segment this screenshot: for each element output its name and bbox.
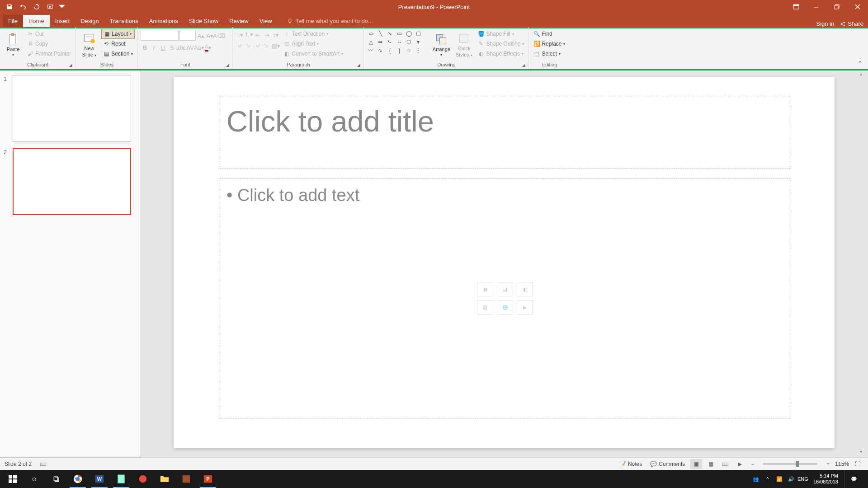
insert-table-icon[interactable]: ▦	[477, 282, 493, 296]
zoom-out-button[interactable]: −	[748, 459, 757, 469]
shape-hexagon-icon[interactable]: ⬡	[405, 38, 413, 46]
slide-counter[interactable]: Slide 2 of 2	[5, 461, 32, 467]
tell-me-search[interactable]: Tell me what you want to do...	[282, 15, 377, 27]
close-button[interactable]	[847, 0, 868, 14]
bold-icon[interactable]: B	[141, 43, 149, 52]
find-button[interactable]: 🔍 Find	[532, 29, 567, 39]
clipboard-dialog-launcher[interactable]: ◢	[69, 63, 75, 68]
scroll-up-icon[interactable]: ▴	[860, 71, 867, 79]
cortana-search-icon[interactable]: ○	[24, 470, 45, 488]
notes-button[interactable]: 📝 Notes	[617, 459, 645, 469]
replace-button[interactable]: 🔁 Replace▾	[532, 39, 567, 49]
shape-effects-button[interactable]: ◐ Shape Effects▾	[476, 49, 526, 59]
paste-button[interactable]: Paste ▾	[3, 29, 24, 61]
slide-thumbnail-1[interactable]	[13, 75, 131, 142]
slide-editor[interactable]: Click to add title Click to add text ▦ 📊…	[140, 70, 868, 457]
justify-icon[interactable]: ≡	[263, 42, 271, 50]
tray-chevron-up-icon[interactable]: ^	[764, 475, 772, 483]
paragraph-dialog-launcher[interactable]: ◢	[357, 63, 363, 68]
columns-icon[interactable]: ▥▾	[272, 42, 280, 50]
slide-canvas[interactable]: Click to add title Click to add text ▦ 📊…	[174, 77, 835, 448]
align-right-icon[interactable]: ≡	[254, 42, 262, 50]
sign-in-button[interactable]: Sign in	[816, 20, 835, 27]
save-icon[interactable]	[5, 2, 14, 12]
normal-view-icon[interactable]: ▣	[690, 459, 702, 469]
font-dialog-launcher[interactable]: ◢	[226, 63, 231, 68]
reading-view-icon[interactable]: 📖	[719, 459, 731, 469]
format-painter-button[interactable]: 🖌 Format Painter	[25, 49, 73, 59]
text-direction-button[interactable]: ↕ Text Direction▾	[282, 29, 345, 39]
zoom-percent[interactable]: 115%	[835, 461, 849, 467]
shape-triangle-icon[interactable]: △	[367, 38, 375, 46]
font-name-input[interactable]	[141, 31, 179, 41]
shape-doublearrow-icon[interactable]: ↔	[395, 38, 403, 46]
tab-insert[interactable]: Insert	[50, 15, 75, 27]
people-icon[interactable]: 👥	[752, 475, 760, 483]
shape-rounded-rect-icon[interactable]: ▢	[414, 30, 422, 37]
zoom-slider-thumb[interactable]	[796, 461, 799, 467]
taskbar-clock[interactable]: 5:14 PM 16/08/2018	[811, 473, 841, 485]
slide-thumbnails-pane[interactable]: 1 2	[0, 70, 140, 457]
taskbar-word[interactable]: W	[89, 470, 110, 488]
select-button[interactable]: ⬚ Select▾	[532, 49, 567, 59]
slide-sorter-view-icon[interactable]: ▦	[705, 459, 717, 469]
shape-textbox-icon[interactable]: ▭	[367, 30, 375, 37]
ribbon-display-options-icon[interactable]	[788, 0, 804, 14]
cut-button[interactable]: ✂ Cut	[25, 29, 73, 39]
decrease-indent-icon[interactable]: ⇤	[254, 31, 262, 39]
copy-button[interactable]: ⎘ Copy	[25, 39, 73, 49]
language-icon[interactable]: ENG	[799, 475, 807, 483]
font-color-icon[interactable]: A▾	[204, 43, 212, 52]
spell-check-icon[interactable]: 📖	[40, 461, 47, 467]
slideshow-view-icon[interactable]: ▶	[734, 459, 745, 469]
shape-leftbrace-icon[interactable]: {	[386, 47, 394, 54]
drawing-dialog-launcher[interactable]: ◢	[522, 63, 528, 68]
shape-oval-icon[interactable]: ◯	[405, 30, 413, 37]
font-size-input[interactable]	[179, 31, 196, 41]
convert-smartart-button[interactable]: ◧ Convert to SmartArt▾	[282, 49, 345, 59]
customize-qat-icon[interactable]	[59, 2, 65, 12]
reset-button[interactable]: ⟲ Reset	[101, 39, 135, 49]
shape-right-arrow-icon[interactable]: ➡	[376, 38, 384, 46]
align-text-button[interactable]: ⊟ Align Text▾	[282, 39, 345, 49]
insert-smartart-icon[interactable]: ◧	[517, 282, 533, 296]
increase-font-icon[interactable]: A▴	[197, 32, 205, 40]
slide-thumbnail-2[interactable]	[13, 148, 131, 215]
strikethrough-icon[interactable]: S	[168, 43, 176, 52]
shapes-gallery[interactable]: ▭ ╲ ↘ ▭ ◯ ▢ △ ➡ ⤷ ↔ ⬡ ▾ 〰 ∿ { } ☆ ⋮	[367, 29, 429, 54]
tab-transitions[interactable]: Transitions	[104, 15, 144, 27]
taskbar-app-4[interactable]	[132, 470, 154, 488]
shape-freeform-icon[interactable]: ∿	[376, 47, 384, 54]
layout-button[interactable]: ▦ Layout ▾	[101, 29, 135, 39]
align-center-icon[interactable]: ≡	[245, 42, 253, 50]
editor-scrollbar[interactable]: ▴ ▾	[860, 70, 867, 457]
underline-icon[interactable]: U	[159, 43, 167, 52]
shape-curve-icon[interactable]: 〰	[367, 47, 375, 54]
redo-icon[interactable]	[32, 2, 42, 12]
insert-online-picture-icon[interactable]: 🌐	[497, 300, 513, 314]
network-icon[interactable]: 📶	[775, 475, 783, 483]
comments-button[interactable]: 💬 Comments	[647, 459, 688, 469]
content-placeholder[interactable]: Click to add text ▦ 📊 ◧ 🖼 🌐 ▶	[220, 178, 790, 418]
numbering-icon[interactable]: ⒈▾	[245, 31, 253, 39]
restore-button[interactable]	[826, 0, 847, 14]
arrange-button[interactable]: Arrange ▾	[431, 29, 452, 61]
tab-animations[interactable]: Animations	[144, 15, 184, 27]
zoom-slider[interactable]	[763, 463, 817, 465]
shape-more-icon[interactable]: ▾	[414, 38, 422, 46]
taskbar-file-explorer[interactable]	[154, 470, 175, 488]
fit-to-window-icon[interactable]: ⛶	[852, 459, 863, 469]
shape-rectangle-icon[interactable]: ▭	[395, 30, 403, 37]
shape-line-icon[interactable]: ╲	[376, 30, 384, 37]
quick-styles-button[interactable]: Quick Styles ▾	[453, 29, 474, 61]
tab-file[interactable]: File	[3, 15, 23, 27]
tab-home[interactable]: Home	[23, 15, 50, 27]
taskbar-powerpoint[interactable]: P	[197, 470, 219, 488]
insert-video-icon[interactable]: ▶	[517, 300, 533, 314]
italic-icon[interactable]: I	[150, 43, 158, 52]
shape-fill-button[interactable]: 🪣 Shape Fill▾	[476, 29, 526, 39]
start-button[interactable]	[2, 470, 24, 488]
action-center-icon[interactable]: 💬	[844, 470, 863, 488]
shape-star-icon[interactable]: ☆	[405, 47, 413, 54]
bullets-icon[interactable]: ≡▾	[236, 31, 244, 39]
